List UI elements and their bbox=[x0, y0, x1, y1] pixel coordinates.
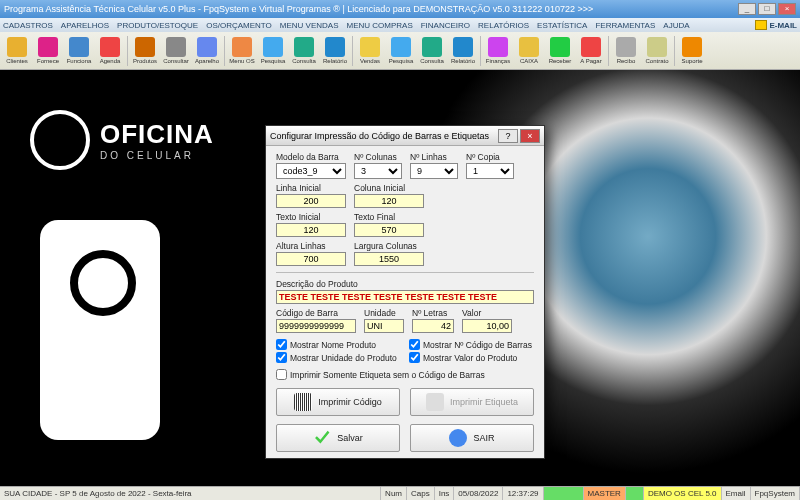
status-num: Num bbox=[381, 487, 407, 500]
workspace: OFICINA DO CELULAR Configurar Impressão … bbox=[0, 70, 800, 486]
menu-ferramentas[interactable]: FERRAMENTAS bbox=[595, 21, 655, 30]
menu-financeiro[interactable]: FINANCEIRO bbox=[421, 21, 470, 30]
finanças-icon bbox=[488, 37, 508, 57]
modelo-select[interactable]: code3_9 bbox=[276, 163, 346, 179]
nletras-input[interactable] bbox=[412, 319, 454, 333]
caixa-icon bbox=[519, 37, 539, 57]
toolbar-consulta[interactable]: Consulta bbox=[417, 34, 447, 68]
dialog-close-button[interactable]: × bbox=[520, 129, 540, 143]
toolbar-fornece[interactable]: Fornece bbox=[33, 34, 63, 68]
menu-ajuda[interactable]: AJUDA bbox=[663, 21, 689, 30]
toolbar-receber[interactable]: Receber bbox=[545, 34, 575, 68]
status-ins: Ins bbox=[435, 487, 455, 500]
minimize-button[interactable]: _ bbox=[738, 3, 756, 15]
codigo-barra-input[interactable] bbox=[276, 319, 356, 333]
descricao-input[interactable] bbox=[276, 290, 534, 304]
imprimir-codigo-button[interactable]: Imprimir Código bbox=[276, 388, 400, 416]
toolbar-suporte[interactable]: Suporte bbox=[677, 34, 707, 68]
main-toolbar: ClientesForneceFuncionaAgendaProdutosCon… bbox=[0, 32, 800, 70]
chk-unidade[interactable] bbox=[276, 352, 287, 363]
toolbar-relatório[interactable]: Relatório bbox=[448, 34, 478, 68]
chk-codigo[interactable] bbox=[409, 339, 420, 350]
relatório-icon bbox=[325, 37, 345, 57]
window-titlebar: Programa Assistência Técnica Celular v5.… bbox=[0, 0, 800, 18]
vendas-icon bbox=[360, 37, 380, 57]
status-fpq: FpqSystem bbox=[751, 487, 800, 500]
menu-menu compras[interactable]: MENU COMPRAS bbox=[347, 21, 413, 30]
toolbar-consultar[interactable]: Consultar bbox=[161, 34, 191, 68]
toolbar-produtos[interactable]: Produtos bbox=[130, 34, 160, 68]
altura-linhas-input[interactable] bbox=[276, 252, 346, 266]
menu-estatística[interactable]: ESTATÍSTICA bbox=[537, 21, 587, 30]
menu-produto/estoque[interactable]: PRODUTO/ESTOQUE bbox=[117, 21, 198, 30]
toolbar-menu os[interactable]: Menu OS bbox=[227, 34, 257, 68]
status-bar: SUA CIDADE - SP 5 de Agosto de 2022 - Se… bbox=[0, 486, 800, 500]
toolbar-contrato[interactable]: Contrato bbox=[642, 34, 672, 68]
chk-valor[interactable] bbox=[409, 352, 420, 363]
toolbar-aparelho[interactable]: Aparelho bbox=[192, 34, 222, 68]
menu-relatórios[interactable]: RELATÓRIOS bbox=[478, 21, 529, 30]
toolbar-clientes[interactable]: Clientes bbox=[2, 34, 32, 68]
sair-button[interactable]: SAIR bbox=[410, 424, 534, 452]
ncol-label: Nº Colunas bbox=[354, 152, 402, 162]
menu-aparelhos[interactable]: APARELHOS bbox=[61, 21, 109, 30]
status-green bbox=[544, 487, 584, 500]
nlin-select[interactable]: 9 bbox=[410, 163, 458, 179]
menu-bar: CADASTROSAPARELHOSPRODUTO/ESTOQUEOS/ORÇA… bbox=[0, 18, 800, 32]
toolbar-relatório[interactable]: Relatório bbox=[320, 34, 350, 68]
largura-colunas-input[interactable] bbox=[354, 252, 424, 266]
toolbar-funciona[interactable]: Funciona bbox=[64, 34, 94, 68]
contrato-icon bbox=[647, 37, 667, 57]
toolbar-pesquisa[interactable]: Pesquisa bbox=[386, 34, 416, 68]
fornece-icon bbox=[38, 37, 58, 57]
dialog-titlebar: Configurar Impressão do Código de Barras… bbox=[266, 126, 544, 146]
status-location: SUA CIDADE - SP 5 de Agosto de 2022 - Se… bbox=[0, 487, 381, 500]
pesquisa-icon bbox=[391, 37, 411, 57]
toolbar-agenda[interactable]: Agenda bbox=[95, 34, 125, 68]
check-icon bbox=[313, 429, 331, 447]
salvar-button[interactable]: Salvar bbox=[276, 424, 400, 452]
ncop-select[interactable]: 1 bbox=[466, 163, 514, 179]
toolbar-finanças[interactable]: Finanças bbox=[483, 34, 513, 68]
menu-email[interactable]: E-MAIL bbox=[755, 20, 797, 30]
brand-logo: OFICINA DO CELULAR bbox=[30, 110, 214, 170]
close-button[interactable]: × bbox=[778, 3, 796, 15]
funciona-icon bbox=[69, 37, 89, 57]
imprimir-etiqueta-button[interactable]: Imprimir Etiqueta bbox=[410, 388, 534, 416]
suporte-icon bbox=[682, 37, 702, 57]
menu-cadastros[interactable]: CADASTROS bbox=[3, 21, 53, 30]
agenda-icon bbox=[100, 37, 120, 57]
menu-menu vendas[interactable]: MENU VENDAS bbox=[280, 21, 339, 30]
clientes-icon bbox=[7, 37, 27, 57]
menu-os/orçamento[interactable]: OS/ORÇAMENTO bbox=[206, 21, 272, 30]
texto-inicial-input[interactable] bbox=[276, 223, 346, 237]
toolbar-vendas[interactable]: Vendas bbox=[355, 34, 385, 68]
exit-icon bbox=[449, 429, 467, 447]
modelo-label: Modelo da Barra bbox=[276, 152, 346, 162]
coluna-inicial-input[interactable] bbox=[354, 194, 424, 208]
menu os-icon bbox=[232, 37, 252, 57]
toolbar-a pagar[interactable]: A Pagar bbox=[576, 34, 606, 68]
phone-graphic bbox=[40, 220, 160, 440]
maximize-button[interactable]: □ bbox=[758, 3, 776, 15]
toolbar-recibo[interactable]: Recibo bbox=[611, 34, 641, 68]
texto-final-input[interactable] bbox=[354, 223, 424, 237]
chk-somente-etiqueta[interactable] bbox=[276, 369, 287, 380]
toolbar-pesquisa[interactable]: Pesquisa bbox=[258, 34, 288, 68]
dialog-help-button[interactable]: ? bbox=[498, 129, 518, 143]
barcode-config-dialog: Configurar Impressão do Código de Barras… bbox=[265, 125, 545, 459]
chk-nome[interactable] bbox=[276, 339, 287, 350]
valor-input[interactable] bbox=[462, 319, 512, 333]
ncol-select[interactable]: 3 bbox=[354, 163, 402, 179]
toolbar-consulta[interactable]: Consulta bbox=[289, 34, 319, 68]
receber-icon bbox=[550, 37, 570, 57]
unidade-input[interactable] bbox=[364, 319, 404, 333]
pesquisa-icon bbox=[263, 37, 283, 57]
ncop-label: Nº Copia bbox=[466, 152, 514, 162]
consultar-icon bbox=[166, 37, 186, 57]
status-date: 05/08/2022 bbox=[454, 487, 503, 500]
toolbar-caixa[interactable]: CAIXA bbox=[514, 34, 544, 68]
status-email: Email bbox=[722, 487, 751, 500]
linha-inicial-input[interactable] bbox=[276, 194, 346, 208]
gear-icon bbox=[30, 110, 90, 170]
